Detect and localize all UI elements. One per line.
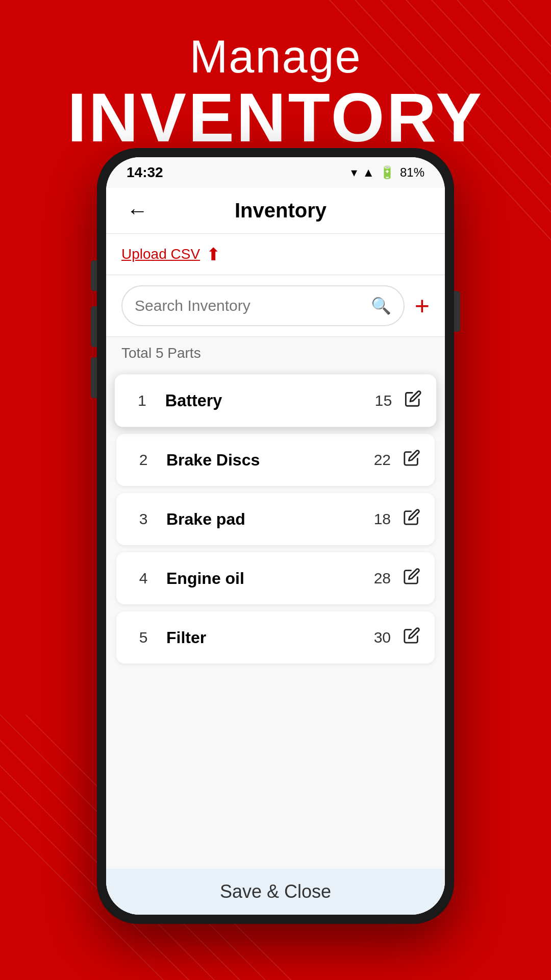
edit-icon[interactable] <box>403 627 420 648</box>
search-container: 🔍 <box>121 285 405 326</box>
inventory-item: 2 Brake Discs 22 <box>116 434 435 486</box>
power-button <box>454 291 460 332</box>
item-name: Engine oil <box>166 569 374 588</box>
total-parts-label: Total 5 Parts <box>106 337 445 370</box>
inventory-list: 1 Battery 15 2 Brake Discs 22 3 Brake pa <box>106 370 445 869</box>
item-number: 1 <box>129 392 155 409</box>
item-name: Brake pad <box>166 510 374 529</box>
back-button[interactable]: ← <box>121 193 153 228</box>
top-nav: ← Inventory <box>106 188 445 234</box>
upload-icon: ⬆ <box>206 244 220 264</box>
item-number: 2 <box>131 451 156 469</box>
item-quantity: 30 <box>374 629 391 646</box>
inventory-item: 5 Filter 30 <box>116 611 435 664</box>
edit-icon[interactable] <box>403 449 420 471</box>
upload-csv-label: Upload CSV <box>121 246 200 262</box>
inventory-item: 4 Engine oil 28 <box>116 552 435 604</box>
wifi-icon: ▾ <box>351 165 357 180</box>
item-quantity: 18 <box>374 510 391 528</box>
search-input[interactable] <box>135 297 371 314</box>
signal-icon: ▲ <box>362 165 374 180</box>
item-quantity: 22 <box>374 451 391 469</box>
upload-row: Upload CSV ⬆ <box>106 234 445 275</box>
inventory-item: 3 Brake pad 18 <box>116 493 435 545</box>
item-name: Brake Discs <box>166 451 374 470</box>
status-time: 14:32 <box>127 164 163 181</box>
save-close-bar: Save & Close <box>106 869 445 915</box>
save-close-button[interactable]: Save & Close <box>220 881 331 902</box>
volume-silent-button <box>91 260 97 291</box>
add-button[interactable]: + <box>415 293 430 318</box>
edit-icon[interactable] <box>405 390 422 411</box>
inventory-hero-title: INVENTORY <box>0 83 551 152</box>
item-name: Battery <box>165 391 375 410</box>
phone-device: 14:32 ▾ ▲ 🔋 81% ← Inventory U <box>97 148 454 924</box>
item-quantity: 15 <box>375 392 392 409</box>
page-title: Inventory <box>158 199 403 222</box>
volume-down-button <box>91 357 97 398</box>
edit-icon[interactable] <box>403 568 420 589</box>
status-icons: ▾ ▲ 🔋 81% <box>351 165 424 180</box>
item-name: Filter <box>166 628 374 647</box>
battery-percent: 81% <box>400 165 424 180</box>
battery-icon: 🔋 <box>380 165 395 180</box>
item-quantity: 28 <box>374 570 391 587</box>
item-number: 4 <box>131 570 156 587</box>
search-icon: 🔍 <box>371 296 391 315</box>
item-number: 5 <box>131 629 156 646</box>
upload-csv-button[interactable]: Upload CSV ⬆ <box>121 244 430 264</box>
edit-icon[interactable] <box>403 508 420 530</box>
inventory-item: 1 Battery 15 <box>115 374 436 427</box>
volume-up-button <box>91 306 97 347</box>
status-bar: 14:32 ▾ ▲ 🔋 81% <box>106 157 445 188</box>
app-content: ← Inventory Upload CSV ⬆ 🔍 + <box>106 188 445 915</box>
item-number: 3 <box>131 510 156 528</box>
manage-label: Manage <box>0 31 551 83</box>
search-row: 🔍 + <box>106 275 445 337</box>
